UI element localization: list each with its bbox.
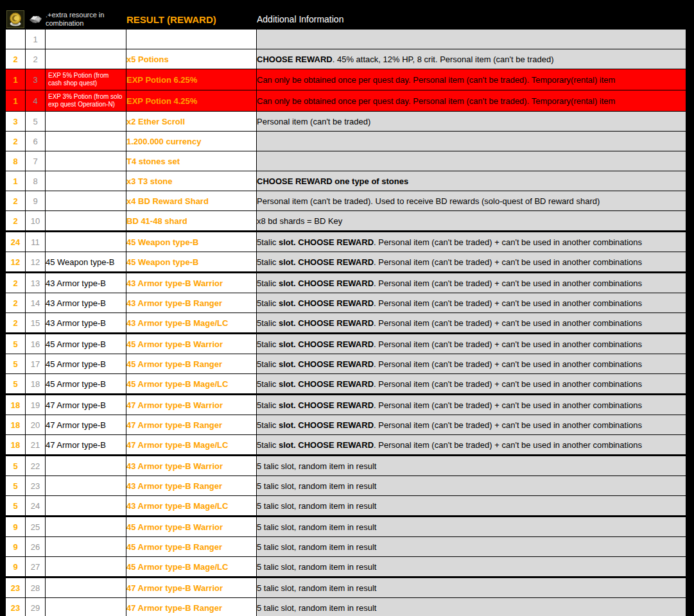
- gold-cost-cell: 2: [6, 49, 26, 69]
- result-reward-cell: BD 41-48 shard: [126, 211, 257, 232]
- row-number-cell: 3: [26, 69, 46, 90]
- additional-info-cell: Personal item (can't be traded). Used to…: [257, 191, 686, 211]
- table-row: 261.200.000 currency: [6, 132, 686, 151]
- gold-cost-cell: 1: [6, 90, 26, 112]
- result-reward-cell: 47 Armor type-B Warrior: [126, 578, 257, 598]
- table-row: 92645 Armor type-B Ranger5 talic slot, r…: [6, 537, 686, 557]
- extra-resource-cell: [46, 171, 126, 191]
- table-row: 210BD 41-48 shardx8 bd shards = BD Key: [6, 211, 686, 232]
- gold-cost-cell: 3: [6, 112, 26, 132]
- extra-resource-cell: 43 Armor type-B: [46, 293, 126, 313]
- gold-cost-cell: 24: [6, 232, 26, 252]
- table-row: 51745 Armor type-B45 Armor type-B Ranger…: [6, 354, 686, 374]
- gold-cost-cell: 23: [6, 598, 26, 616]
- extra-resource-cell: [46, 578, 126, 598]
- result-reward-cell: x2 Ether Scroll: [126, 112, 257, 132]
- result-reward-cell: 43 Armor type-B Ranger: [126, 293, 257, 313]
- row-number-cell: 19: [26, 395, 46, 415]
- row-number-cell: 7: [26, 151, 46, 171]
- result-reward-cell: 45 Armor type-B Ranger: [126, 354, 257, 374]
- additional-info-cell: 5talic slot. CHOOSE REWARD. Personal ite…: [257, 354, 686, 374]
- result-reward-cell: 1.200.000 currency: [126, 132, 257, 151]
- gold-cost-cell: 5: [6, 334, 26, 354]
- extra-resource-cell: [46, 191, 126, 211]
- additional-info-cell: 5talic slot. CHOOSE REWARD. Personal ite…: [257, 232, 686, 252]
- row-number-cell: 25: [26, 517, 46, 537]
- table-row: 182047 Armor type-B47 Armor type-B Range…: [6, 415, 686, 435]
- table-row: 182147 Armor type-B47 Armor type-B Mage/…: [6, 435, 686, 456]
- row-number-cell: 9: [26, 191, 46, 211]
- table-row: 21443 Armor type-B43 Armor type-B Ranger…: [6, 293, 686, 313]
- result-reward-cell: 45 Armor type-B Ranger: [126, 537, 257, 557]
- gold-cost-cell: 23: [6, 578, 26, 598]
- additional-info-cell: 5 talic slot, random item in result: [257, 557, 686, 578]
- additional-info-cell: CHOOSE REWARD. 45% attack, 12% HP, 8 cri…: [257, 49, 686, 69]
- additional-info-cell: 5 talic slot, random item in result: [257, 578, 686, 598]
- gold-cost-cell: 8: [6, 151, 26, 171]
- extra-resource-cell: [46, 456, 126, 476]
- additional-info-cell: 5talic slot. CHOOSE REWARD. Personal ite…: [257, 313, 686, 334]
- row-number-cell: 26: [26, 537, 46, 557]
- extra-resource-cell: 47 Armor type-B: [46, 415, 126, 435]
- combination-table-body: 122x5 PotionsCHOOSE REWARD. 45% attack, …: [6, 30, 686, 616]
- result-reward-cell: 45 Weapon type-B: [126, 232, 257, 252]
- row-number-cell: 29: [26, 598, 46, 616]
- table-row: 35x2 Ether ScrollPersonal item (can't be…: [6, 112, 686, 132]
- result-reward-cell: 47 Armor type-B Ranger: [126, 415, 257, 435]
- extra-resource-cell: 43 Armor type-B: [46, 273, 126, 293]
- row-number-cell: 10: [26, 211, 46, 232]
- table-row: 1: [6, 30, 686, 49]
- additional-info-cell: 5talic slot. CHOOSE REWARD. Personal ite…: [257, 435, 686, 456]
- silver-ore-gem-icon: [26, 10, 44, 28]
- additional-info-cell: [257, 132, 686, 151]
- table-row: 21543 Armor type-B43 Armor type-B Mage/L…: [6, 313, 686, 334]
- row-number-cell: 28: [26, 578, 46, 598]
- result-reward-cell: 43 Armor type-B Ranger: [126, 476, 257, 496]
- table-row: 14EXP 3% Potion (from solo exp quest Ope…: [6, 90, 686, 112]
- additional-info-column-header: Additional Information: [257, 10, 686, 30]
- extra-resource-cell: [46, 211, 126, 232]
- additional-info-cell: 5talic slot. CHOOSE REWARD. Personal ite…: [257, 334, 686, 354]
- row-number-cell: 8: [26, 171, 46, 191]
- result-reward-cell: x3 T3 stone: [126, 171, 257, 191]
- table-row: 121245 Weapon type-B45 Weapon type-B5tal…: [6, 252, 686, 273]
- gold-cost-cell: 18: [6, 415, 26, 435]
- extra-resource-cell: [46, 232, 126, 252]
- result-reward-cell: T4 stones set: [126, 151, 257, 171]
- gold-cost-cell: 5: [6, 456, 26, 476]
- combination-table-page: .+extra resource in combination RESULT (…: [0, 0, 694, 616]
- gold-cost-cell: 9: [6, 517, 26, 537]
- additional-info-cell: 5talic slot. CHOOSE REWARD. Personal ite…: [257, 293, 686, 313]
- result-reward-cell: [126, 30, 257, 49]
- result-reward-cell: 45 Armor type-B Mage/LC: [126, 374, 257, 395]
- row-number-cell: 14: [26, 293, 46, 313]
- row-number-cell: 4: [26, 90, 46, 112]
- result-reward-cell: 45 Armor type-B Mage/LC: [126, 557, 257, 578]
- extra-resource-cell: 45 Armor type-B: [46, 374, 126, 395]
- row-number-cell: 21: [26, 435, 46, 456]
- additional-info-cell: 5 talic slot, random item in result: [257, 476, 686, 496]
- gold-cost-cell: 5: [6, 374, 26, 395]
- result-reward-cell: 47 Armor type-B Warrior: [126, 395, 257, 415]
- table-row: 232947 Armor type-B Ranger5 talic slot, …: [6, 598, 686, 616]
- table-row: 18x3 T3 stoneCHOOSE REWARD one type of s…: [6, 171, 686, 191]
- table-row: 92545 Armor type-B Warrior5 talic slot, …: [6, 517, 686, 537]
- result-reward-cell: EXP Potion 4.25%: [126, 90, 257, 112]
- additional-info-cell: 5 talic slot, random item in result: [257, 598, 686, 616]
- gold-cost-cell: 1: [6, 171, 26, 191]
- table-row: 22x5 PotionsCHOOSE REWARD. 45% attack, 1…: [6, 49, 686, 69]
- extra-resource-cell: EXP 3% Potion (from solo exp quest Opera…: [46, 90, 126, 112]
- gold-cost-column-header: [6, 10, 26, 30]
- combination-table: .+extra resource in combination RESULT (…: [5, 9, 686, 616]
- row-number-cell: 22: [26, 456, 46, 476]
- additional-info-cell: 5 talic slot, random item in result: [257, 517, 686, 537]
- result-reward-cell: 43 Armor type-B Mage/LC: [126, 496, 257, 517]
- result-reward-cell: x5 Potions: [126, 49, 257, 69]
- additional-info-cell: Personal item (can't be traded): [257, 112, 686, 132]
- additional-info-cell: 5talic slot. CHOOSE REWARD. Personal ite…: [257, 415, 686, 435]
- gold-cost-cell: 5: [6, 354, 26, 374]
- row-number-cell: 2: [26, 49, 46, 69]
- resource-count-column-header: [26, 10, 46, 30]
- additional-info-cell: 5talic slot. CHOOSE REWARD. Personal ite…: [257, 374, 686, 395]
- gold-cost-cell: 18: [6, 435, 26, 456]
